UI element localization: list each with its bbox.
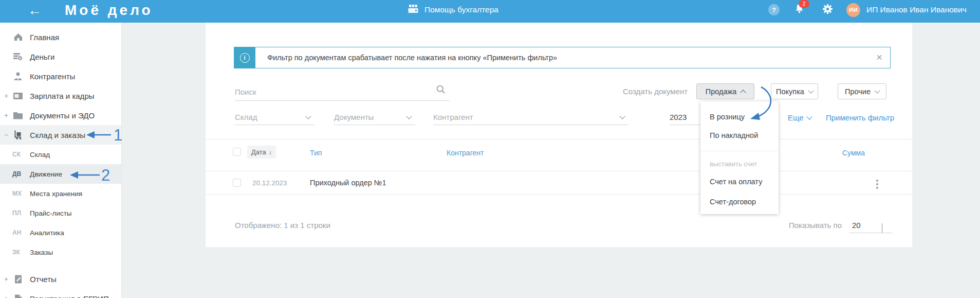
documents-filter-select[interactable]: Документы [334, 110, 415, 125]
create-document-label: Создать документ [623, 87, 688, 96]
help-button[interactable]: ? [768, 0, 780, 20]
notifications-badge: 2 [799, 0, 809, 8]
column-header-sum[interactable]: Сумма [842, 149, 865, 157]
sidebar-subitem-movement[interactable]: ДВ Движение [0, 164, 121, 184]
table-top-divider [206, 139, 912, 139]
avatar: ИИ [846, 3, 860, 17]
info-banner-text: Фильтр по документам срабатывает после н… [267, 54, 557, 62]
sidebar-subitem-warehouse[interactable]: СК Склад [0, 145, 121, 164]
user-menu[interactable]: ИИ [846, 0, 860, 20]
cell-date: 20.12.2023 [252, 179, 287, 187]
chevron-down-icon [406, 113, 412, 119]
sidebar-item-reports[interactable]: + Отчеты [0, 269, 121, 289]
salary-icon [12, 92, 24, 100]
warehouse-filter-select[interactable]: Склад [235, 110, 315, 125]
svg-text:₽: ₽ [19, 57, 22, 61]
settings-button[interactable] [822, 0, 834, 20]
table-row-divider [206, 194, 912, 195]
row-checkbox[interactable] [233, 179, 241, 187]
apply-filter-link[interactable]: Применить фильтр [826, 113, 894, 122]
sort-by-date-button[interactable]: Дата ↓ [247, 146, 276, 159]
chevron-down-icon [808, 87, 813, 93]
item-code: МХ [12, 190, 24, 197]
menu-section-label: выставить счет [710, 160, 757, 168]
row-menu-icon[interactable] [875, 179, 879, 190]
chevron-down-icon [874, 87, 880, 93]
purchase-button[interactable]: Покупка [771, 83, 818, 99]
per-page-select[interactable]: 20 [852, 221, 861, 230]
expand-icon[interactable]: + [4, 111, 12, 119]
info-banner: i Фильтр по документам срабатывает после… [234, 47, 891, 68]
sale-dropdown-menu: В розницу По накладной выставить счет Сч… [700, 101, 779, 214]
menu-item-invoice[interactable]: Счет на оплату [710, 178, 762, 186]
sidebar-item-contractors[interactable]: Контрагенты [0, 66, 121, 86]
accountant-help-button[interactable]: Помощь бухгалтера [408, 0, 498, 20]
documents-icon [12, 111, 24, 120]
item-code: ДВ [12, 170, 24, 178]
other-button[interactable]: Прочие [838, 83, 886, 99]
contractor-filter-select[interactable]: Контрагент [433, 110, 628, 125]
rows-shown-text: Отображено: 1 из 1 строки [235, 221, 330, 230]
menu-divider [700, 151, 779, 151]
expand-icon[interactable]: + [4, 275, 12, 283]
user-name[interactable]: ИП Иванов Иван Иванович [866, 5, 967, 14]
chevron-down-icon [806, 114, 812, 119]
search-icon[interactable] [436, 84, 446, 97]
top-bar: ← Моё дело Помощь бухгалтера ? 2 [0, 0, 980, 23]
chevron-down-icon[interactable] [882, 223, 882, 233]
bell-icon [794, 7, 805, 16]
chevron-up-icon [741, 90, 746, 95]
home-icon [12, 32, 24, 42]
column-header-contractor[interactable]: Контрагент [447, 149, 484, 157]
search-input[interactable] [235, 83, 450, 101]
sidebar-subitem-storage-places[interactable]: МХ Места хранения [0, 184, 121, 203]
select-all-checkbox[interactable] [233, 148, 241, 156]
collapse-icon[interactable]: − [4, 131, 12, 139]
chevron-down-icon [305, 113, 311, 119]
column-header-type[interactable]: Тип [310, 149, 322, 157]
menu-item-retail[interactable]: В розницу [710, 113, 745, 121]
notifications-button[interactable]: 2 [794, 0, 805, 20]
registration-icon [12, 294, 24, 298]
menu-item-waybill[interactable]: По накладной [710, 131, 758, 139]
back-arrow-icon[interactable]: ← [28, 3, 42, 19]
menu-item-invoice-contract[interactable]: Счет-договор [710, 198, 756, 206]
sidebar-subitem-analytics[interactable]: АН Аналитика [0, 223, 121, 242]
expand-icon[interactable]: + [4, 92, 12, 100]
reports-icon [12, 274, 24, 284]
sidebar-gap [0, 262, 121, 269]
sidebar-item-home[interactable]: Главная [0, 27, 121, 47]
accountant-help-label: Помощь бухгалтера [424, 5, 498, 14]
sidebar-subitem-price-lists[interactable]: ПЛ Прайс-листы [0, 203, 121, 223]
sidebar-item-salary[interactable]: + Зарплата и кадры [0, 86, 121, 106]
info-icon: i [234, 47, 255, 68]
close-icon[interactable]: × [876, 51, 882, 63]
cash-register-icon [408, 4, 419, 16]
sidebar-item-money[interactable]: ₽ Деньги [0, 47, 121, 66]
item-code: ПЛ [12, 209, 24, 217]
sidebar-item-warehouse-orders[interactable]: − Склад и заказы [0, 125, 121, 145]
per-page-label: Показывать по [789, 221, 842, 230]
item-code: СК [12, 151, 24, 158]
app-logo[interactable]: Моё дело [65, 2, 153, 19]
chevron-down-icon [619, 113, 625, 119]
table-header-divider [206, 171, 912, 171]
sidebar-subitem-orders[interactable]: ЗК Заказы [0, 242, 121, 262]
item-code: ЗК [12, 249, 24, 256]
per-page-underline [849, 233, 892, 233]
cell-document-type[interactable]: Приходный ордер №1 [310, 179, 386, 187]
sort-desc-icon: ↓ [269, 149, 272, 156]
sidebar-item-documents[interactable]: + Документы и ЭДО [0, 106, 121, 125]
money-icon: ₽ [12, 52, 24, 61]
item-code: АН [12, 229, 24, 236]
contractors-icon [12, 72, 24, 81]
sidebar: Главная ₽ Деньги Контрагенты + [0, 23, 122, 298]
sale-button[interactable]: Продажа [696, 83, 754, 99]
warehouse-icon [12, 130, 24, 140]
sidebar-item-egrip-registration[interactable]: + Регистрация в ЕГРИП [0, 289, 121, 298]
gear-icon [822, 3, 834, 17]
expand-icon[interactable]: + [4, 294, 12, 298]
question-icon: ? [768, 4, 780, 15]
more-filters-link[interactable]: Еще [788, 113, 811, 122]
